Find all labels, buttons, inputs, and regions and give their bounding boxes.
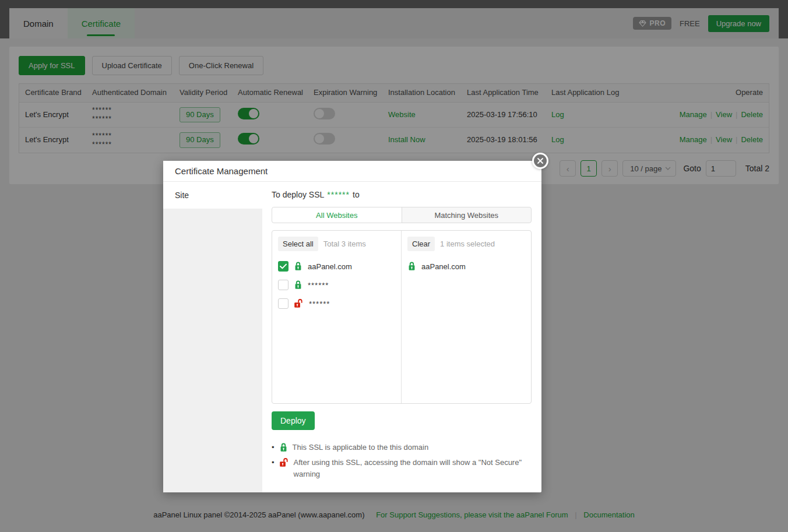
note-secure: • This SSL is applicable to the this dom… bbox=[272, 442, 531, 453]
checkbox-checked[interactable] bbox=[278, 261, 289, 272]
check-icon bbox=[280, 263, 287, 269]
website-list-item[interactable]: ****** bbox=[278, 276, 395, 294]
clear-button[interactable]: Clear bbox=[407, 237, 435, 251]
close-icon bbox=[537, 157, 544, 164]
ssl-domain-masked: ****** bbox=[327, 190, 350, 199]
available-websites-panel: Select all Total 3 items aaPanel.com bbox=[272, 231, 402, 403]
checkbox-unchecked[interactable] bbox=[278, 280, 289, 290]
modal-title: Certificate Management bbox=[163, 161, 541, 182]
close-button[interactable] bbox=[532, 153, 548, 169]
deploy-target-text: To deploy SSL******to bbox=[272, 190, 532, 199]
select-all-button[interactable]: Select all bbox=[278, 237, 318, 251]
checkbox-unchecked[interactable] bbox=[278, 298, 289, 309]
insecure-open-lock-icon bbox=[294, 299, 304, 308]
certificate-management-modal: Certificate Management Site To deploy SS… bbox=[163, 161, 541, 492]
secure-lock-icon bbox=[294, 262, 302, 271]
secure-lock-icon bbox=[279, 443, 288, 453]
tab-matching-websites[interactable]: Matching Websites bbox=[402, 207, 532, 223]
deploy-button[interactable]: Deploy bbox=[272, 411, 315, 430]
note-insecure: • After using this SSL, accessing the do… bbox=[272, 457, 531, 480]
website-transfer: Select all Total 3 items aaPanel.com bbox=[272, 230, 532, 404]
legend-notes: • This SSL is applicable to the this dom… bbox=[272, 442, 531, 480]
sidebar-item-site[interactable]: Site bbox=[163, 182, 262, 209]
secure-lock-icon bbox=[294, 280, 302, 290]
modal-sidebar: Site bbox=[163, 182, 262, 492]
selected-websites-panel: Clear 1 items selected aaPanel.com bbox=[402, 231, 531, 403]
selected-items-label: 1 items selected bbox=[440, 239, 495, 248]
secure-lock-icon bbox=[407, 262, 416, 271]
tab-all-websites[interactable]: All Websites bbox=[272, 207, 402, 223]
total-items-label: Total 3 items bbox=[323, 239, 366, 248]
selected-website-item[interactable]: aaPanel.com bbox=[407, 257, 525, 276]
website-list-item[interactable]: ****** bbox=[278, 294, 395, 313]
insecure-open-lock-icon bbox=[279, 458, 289, 480]
website-filter-tabs: All Websites Matching Websites bbox=[272, 207, 532, 223]
website-list-item[interactable]: aaPanel.com bbox=[278, 257, 395, 276]
